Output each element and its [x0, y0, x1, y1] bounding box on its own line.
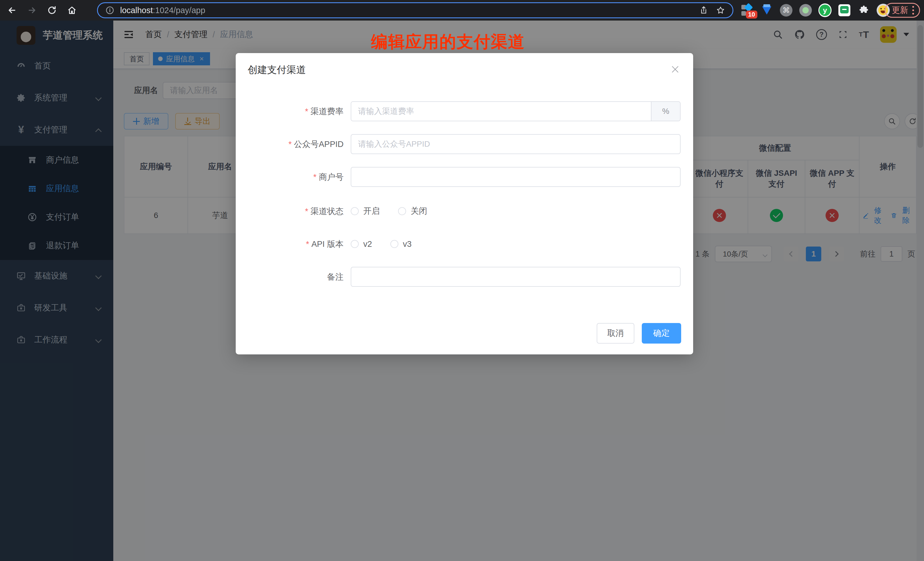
api-v2-radio[interactable]: v2 — [351, 239, 372, 249]
radio-circle-icon — [398, 207, 406, 215]
extension-icons: 10 ⌘ y — [741, 0, 890, 21]
create-channel-dialog: 创建支付渠道 *渠道费率 % *公众号APPID *商户号 *渠道状态 开启 关… — [236, 53, 693, 354]
browser-forward-button[interactable] — [24, 2, 40, 18]
api-v3-radio[interactable]: v3 — [390, 239, 412, 249]
update-label: 更新 — [892, 4, 908, 16]
cancel-button[interactable]: 取消 — [597, 323, 634, 344]
merchant-no-input[interactable] — [351, 167, 681, 187]
radio-circle-icon — [390, 240, 398, 248]
rate-suffix: % — [651, 102, 680, 121]
status-radio-group: 开启 关闭 — [351, 201, 427, 221]
remark-input[interactable] — [351, 267, 681, 287]
api-version-radio-group: v2 v3 — [351, 234, 411, 254]
status-label: *渠道状态 — [236, 201, 344, 221]
address-bar[interactable]: localhost:1024/pay/app — [97, 2, 734, 18]
bookmark-star-icon[interactable] — [716, 6, 725, 15]
browser-chrome: localhost:1024/pay/app 10 ⌘ y 更新 — [0, 0, 924, 21]
annotation-text: 编辑应用的支付渠道 — [371, 31, 525, 53]
status-open-radio[interactable]: 开启 — [351, 206, 380, 217]
browser-back-button[interactable] — [4, 2, 20, 18]
app-root: 芋道管理系统 首页 系统管理 ¥ 支付管理 商户信息 — [0, 21, 924, 561]
browser-home-button[interactable] — [64, 2, 80, 18]
dialog-title: 创建支付渠道 — [248, 63, 306, 76]
confirm-button[interactable]: 确定 — [642, 323, 681, 344]
url-path: :1024/pay/app — [153, 6, 205, 15]
api-version-label: *API 版本 — [236, 234, 344, 254]
close-icon[interactable] — [670, 64, 680, 74]
y-logo-extension-icon[interactable]: y — [818, 4, 831, 17]
dialog-footer: 取消 确定 — [597, 323, 681, 344]
share-icon[interactable] — [699, 6, 708, 15]
remark-label: 备注 — [236, 267, 344, 287]
site-info-icon[interactable] — [105, 6, 114, 15]
browser-menu-icon[interactable] — [912, 6, 914, 15]
extensions-puzzle-icon[interactable] — [857, 4, 870, 17]
url-text: localhost:1024/pay/app — [120, 6, 205, 15]
radio-circle-icon — [351, 207, 359, 215]
rate-input-group: % — [351, 101, 681, 121]
browser-update-button[interactable]: 更新 — [885, 3, 920, 18]
rate-label: *渠道费率 — [236, 101, 344, 121]
browser-reload-button[interactable] — [44, 2, 60, 18]
merchant-no-label: *商户号 — [236, 167, 344, 187]
extension-badge: 10 — [746, 10, 758, 18]
gem-extension-icon[interactable] — [760, 4, 773, 17]
tampermonkey-extension-icon[interactable]: 10 — [741, 4, 754, 17]
appid-label: *公众号APPID — [236, 134, 344, 154]
appid-input[interactable] — [351, 134, 681, 154]
status-closed-radio[interactable]: 关闭 — [398, 206, 427, 217]
rate-input[interactable] — [351, 102, 651, 121]
radio-circle-icon — [351, 240, 359, 248]
url-host: localhost — [120, 6, 153, 15]
command-extension-icon[interactable]: ⌘ — [780, 4, 793, 17]
chat-extension-icon[interactable] — [838, 4, 851, 17]
recorder-extension-icon[interactable] — [799, 4, 812, 17]
